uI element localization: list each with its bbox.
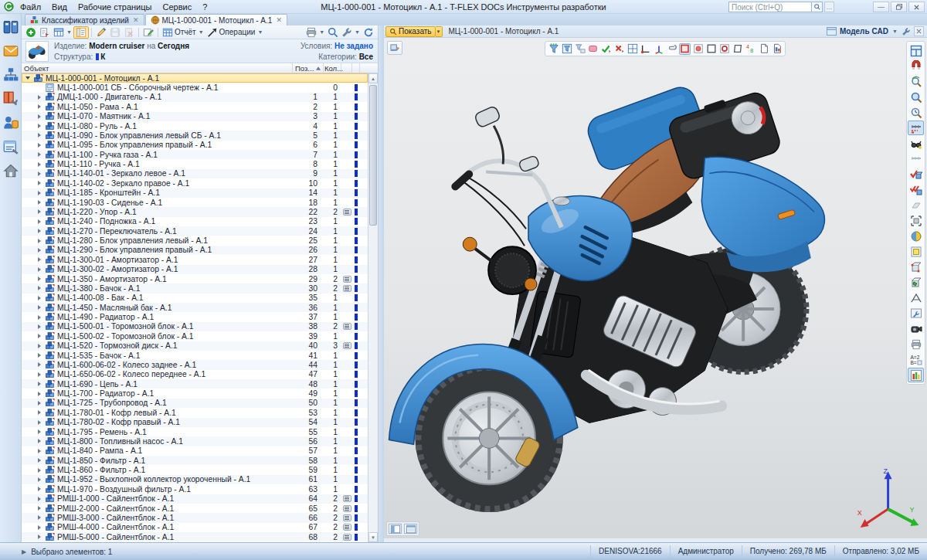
expand-arrow-icon[interactable] bbox=[36, 457, 42, 463]
table-row[interactable]: МЦ-1-220 - Упор - А.1 22 2 bbox=[22, 207, 368, 216]
row-menu-icon[interactable] bbox=[343, 285, 351, 292]
expand-arrow-icon[interactable] bbox=[36, 238, 42, 244]
column-qty[interactable]: Кол... bbox=[324, 63, 341, 73]
table-row[interactable]: МЦ-1-280 - Блок управления левый - А.1 2… bbox=[22, 236, 368, 245]
expand-arrow-icon[interactable] bbox=[36, 372, 42, 378]
expand-arrow-icon[interactable] bbox=[36, 429, 42, 435]
clear-filter-x-icon[interactable] bbox=[613, 43, 625, 55]
measure-icon[interactable] bbox=[908, 120, 924, 135]
table-row[interactable]: МЦ-1-100 - Ручка газа - А.1 7 1 bbox=[22, 150, 368, 159]
visibility-glasses-icon[interactable] bbox=[908, 136, 924, 151]
table-row[interactable]: МЦ-1-650-06-02 - Колесо переднее - А.1 4… bbox=[22, 370, 368, 379]
expand-arrow-icon[interactable] bbox=[36, 142, 42, 148]
expand-arrow-icon[interactable] bbox=[36, 276, 42, 282]
menu-item[interactable]: Вид bbox=[46, 2, 73, 12]
shading-sphere-icon[interactable] bbox=[908, 229, 924, 243]
row-menu-icon[interactable] bbox=[343, 524, 351, 531]
table-row[interactable]: МЦ-1-290 - Блок управления правый - А.1 … bbox=[22, 246, 368, 255]
wrench-icon[interactable] bbox=[901, 26, 911, 36]
table-row[interactable]: МЦ-1-840 - Рампа - А.1 57 1 bbox=[22, 446, 368, 456]
table-row[interactable]: МЦ-1-450 - Масляный бак - А.1 36 1 bbox=[22, 303, 368, 312]
pencil-icon[interactable] bbox=[94, 26, 108, 39]
expand-arrow-icon[interactable] bbox=[36, 151, 42, 158]
positions-ab-icon[interactable]: 48 bbox=[745, 43, 756, 55]
expand-arrow-icon[interactable] bbox=[36, 199, 42, 205]
hierarchy-icon[interactable] bbox=[2, 66, 19, 83]
table-row[interactable]: МЦ-1-090 - Блок управления левый СБ - А.… bbox=[22, 131, 368, 140]
table-row[interactable]: РМШ-4-000 - Сайлентблок - А.1 67 2 bbox=[22, 523, 368, 532]
workplane-yellow-icon[interactable] bbox=[908, 244, 924, 259]
table-row[interactable]: МЦ-1-600-06-02 - Колесо заднее - А.1 44 … bbox=[22, 360, 368, 369]
refresh-icon[interactable] bbox=[362, 26, 375, 39]
row-menu-icon[interactable] bbox=[343, 514, 351, 521]
table-row[interactable]: МЦ-1-080 - Руль - А.1 4 1 bbox=[22, 121, 368, 131]
table-row[interactable]: МЦ-1-970 - Воздушный фильтр - А.1 63 1 bbox=[22, 484, 368, 494]
section-box-icon[interactable] bbox=[705, 43, 717, 55]
expand-arrow-icon[interactable] bbox=[36, 132, 42, 138]
section-ring-icon[interactable] bbox=[718, 43, 730, 55]
expand-arrow-icon[interactable] bbox=[36, 391, 42, 397]
attach-clip-icon[interactable] bbox=[666, 43, 677, 55]
table-row[interactable]: МЦ-1-300-01 - Амортизатор - А.1 27 1 bbox=[22, 255, 368, 264]
report-button[interactable]: Отчёт▼ bbox=[161, 26, 205, 39]
expand-arrow-icon[interactable] bbox=[36, 228, 42, 234]
expand-arrow-icon[interactable] bbox=[36, 361, 42, 368]
table-row[interactable]: МЦ-1-500-02 - Торомозной блок - А.1 39 1 bbox=[22, 331, 368, 341]
row-menu-icon[interactable] bbox=[343, 342, 351, 349]
table-row[interactable]: МЦ-1-270 - Переключатель - А.1 24 1 bbox=[22, 226, 368, 236]
menu-item[interactable]: ? bbox=[197, 2, 212, 12]
view-mode-label[interactable]: Модель CAD bbox=[840, 27, 888, 36]
expand-arrow-icon[interactable] bbox=[36, 324, 42, 330]
table-row[interactable]: МЦ-1-380 - Бачок - А.1 30 2 bbox=[22, 283, 368, 293]
table-row[interactable]: РМШ-3-000 - Сайлентблок - А.1 66 2 bbox=[22, 513, 368, 522]
table-row[interactable]: МЦ-1-700 - Радиатор - А.1 49 1 bbox=[22, 389, 368, 398]
table-row[interactable]: МЦ-1-240 - Подножка - А.1 23 1 bbox=[22, 217, 368, 226]
expand-arrow-icon[interactable] bbox=[36, 419, 42, 426]
chevron-down-icon[interactable]: ▼ bbox=[892, 29, 898, 34]
motorcycle-3d-model[interactable]: X Y Z bbox=[384, 38, 927, 538]
table-row[interactable]: МЦ-1-490 - Радиатор - А.1 37 1 bbox=[22, 312, 368, 321]
table-row[interactable]: МЦ-1-400-08 - Бак - А.1 35 1 bbox=[22, 294, 368, 303]
table-dropdown-icon[interactable]: ▼ bbox=[52, 26, 73, 39]
zoom-extents-icon[interactable] bbox=[908, 105, 924, 120]
expand-arrow-icon[interactable] bbox=[36, 114, 42, 120]
expand-arrow-icon[interactable] bbox=[36, 266, 42, 273]
table-row[interactable]: МЦ-1-000-001 СБ - Сборочный чертеж - А.1… bbox=[22, 83, 368, 92]
table-row[interactable]: РМШ-1-000 - Сайлентблок - А.1 64 2 bbox=[22, 494, 368, 504]
wrench-icon[interactable]: ▼ bbox=[340, 26, 362, 39]
conditions-value[interactable]: Не задано bbox=[334, 42, 373, 50]
table-row[interactable]: МЦ-1-725 - Трубопровод - А.1 50 1 bbox=[22, 399, 368, 408]
column-pos[interactable]: Поз... bbox=[293, 63, 324, 73]
perspective-icon[interactable] bbox=[908, 290, 924, 305]
verify-all-cube-icon[interactable] bbox=[908, 182, 924, 197]
table-row[interactable]: МЦ-1-952 - Выхлопной коллектор укороченн… bbox=[22, 475, 368, 484]
table-row[interactable]: МЦ-1-690 - Цепь - А.1 48 1 bbox=[22, 379, 368, 389]
expand-arrow-icon[interactable] bbox=[36, 94, 42, 100]
tools-binders-icon[interactable] bbox=[2, 90, 19, 107]
layout-top-pane-icon[interactable] bbox=[404, 524, 417, 534]
home-icon[interactable] bbox=[2, 162, 19, 179]
expand-arrow-icon[interactable] bbox=[36, 400, 42, 406]
search-icon[interactable] bbox=[326, 26, 340, 39]
zoom-icon[interactable] bbox=[908, 90, 924, 104]
expand-arrow-icon[interactable] bbox=[36, 534, 42, 540]
collapse-arrow-icon[interactable] bbox=[25, 75, 31, 81]
section-tilt-icon[interactable] bbox=[732, 43, 743, 55]
table-row[interactable]: МЦ-1-350 - Амортизатор - А.1 29 2 bbox=[22, 274, 368, 283]
minimize-button[interactable]: — bbox=[873, 2, 889, 12]
expand-arrow-icon[interactable] bbox=[36, 409, 42, 416]
materials-chart-icon[interactable] bbox=[908, 368, 924, 382]
expand-arrow-icon[interactable] bbox=[36, 438, 42, 444]
table-row[interactable]: МЦ-1-095 - Блок управления правый - А.1 … bbox=[22, 141, 368, 150]
row-menu-icon[interactable] bbox=[343, 534, 351, 541]
delete-icon[interactable] bbox=[122, 26, 136, 39]
expand-arrow-icon[interactable] bbox=[36, 256, 42, 263]
section-circle-icon[interactable] bbox=[692, 43, 704, 55]
axis-triad-icon[interactable] bbox=[653, 43, 664, 55]
expand-arrow-icon[interactable] bbox=[36, 123, 42, 129]
row-menu-icon[interactable] bbox=[343, 505, 351, 512]
tree-scrollbar[interactable]: ▲ ▼ bbox=[368, 73, 378, 542]
expand-arrow-icon[interactable] bbox=[36, 209, 42, 215]
tab-1[interactable]: МЦ-1-000-001 - Мотоцикл - А.1✕ bbox=[145, 14, 287, 25]
expand-arrow-icon[interactable] bbox=[36, 467, 42, 473]
